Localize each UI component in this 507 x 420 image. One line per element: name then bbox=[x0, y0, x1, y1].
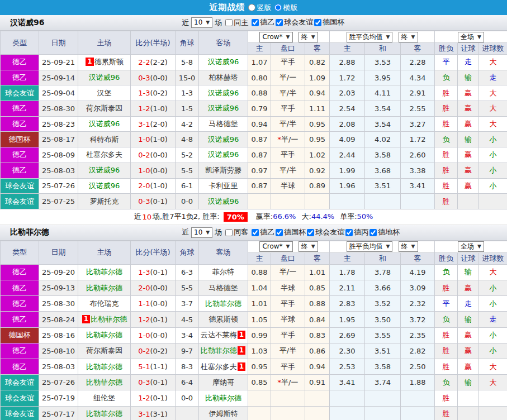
fulltime-score: 3-1 bbox=[138, 410, 150, 418]
league-checkbox[interactable] bbox=[307, 229, 314, 236]
chevron-down-icon: ▼ bbox=[311, 33, 315, 41]
team-name[interactable]: 杜塞尔多夫 bbox=[201, 362, 237, 371]
match-count-select[interactable]: 10▼ bbox=[191, 227, 212, 238]
avg-final-select[interactable]: 终▼ bbox=[399, 241, 418, 252]
result-outcome: 胜 bbox=[435, 406, 458, 420]
odds-group-header: Crow*▼ 终▼ bbox=[248, 241, 330, 252]
team-name[interactable]: 比勒菲尔德 bbox=[86, 362, 122, 371]
team-name[interactable]: 汉诺威96 bbox=[208, 135, 239, 144]
team-name[interactable]: 布伦瑞克 bbox=[90, 299, 119, 308]
league-filter[interactable]: 球会友谊 bbox=[274, 17, 313, 27]
match-count-select[interactable]: 10▼ bbox=[191, 17, 212, 28]
team-name[interactable]: 纽伦堡 bbox=[93, 394, 115, 402]
score-cell: 1-2(0-1) bbox=[131, 312, 176, 327]
team-name[interactable]: 汉诺威96 bbox=[208, 197, 239, 206]
team-name[interactable]: 伊姆斯特 bbox=[209, 409, 238, 418]
layout-radio-horizontal[interactable]: 横版 bbox=[274, 3, 298, 13]
competition-type: 德国杯 bbox=[1, 327, 39, 343]
league-checkbox[interactable] bbox=[276, 229, 283, 236]
league-checkbox[interactable] bbox=[345, 229, 353, 236]
team-name[interactable]: 马格德堡 bbox=[209, 284, 238, 292]
scope-select[interactable]: 全场▼ bbox=[458, 32, 484, 42]
team-name[interactable]: 汉诺威96 bbox=[208, 58, 239, 66]
team-name[interactable]: 汉诺威96 bbox=[208, 104, 239, 112]
team-name[interactable]: 罗斯托克 bbox=[90, 197, 119, 206]
team-name[interactable]: 德累斯顿 bbox=[94, 58, 124, 66]
team-name[interactable]: 汉诺威96 bbox=[89, 166, 120, 174]
result-outcome: 胜 bbox=[435, 163, 458, 178]
avg-away: 1.88 bbox=[401, 375, 435, 390]
team-name[interactable]: 摩纳哥 bbox=[212, 378, 234, 386]
league-filter[interactable]: 德丙 bbox=[344, 227, 368, 237]
same-venue-filter[interactable]: 同客 bbox=[224, 227, 248, 237]
odds-final-select[interactable]: 终▼ bbox=[298, 32, 318, 42]
score-cell: 3-1(2-0) bbox=[131, 116, 176, 132]
score-cell: 5-1(1-1) bbox=[131, 359, 176, 375]
league-filter[interactable]: 德地杯 bbox=[368, 227, 400, 237]
col-header-home: 主场 bbox=[78, 31, 131, 55]
team-name[interactable]: 荷尔斯泰因 bbox=[86, 346, 122, 355]
team-name[interactable]: 菲尔特 bbox=[212, 268, 234, 276]
odds-company-select[interactable]: Crow*▼ bbox=[259, 32, 292, 42]
team-name[interactable]: 汉堡 bbox=[97, 89, 112, 97]
team-name[interactable]: 凯泽斯劳滕 bbox=[205, 166, 241, 174]
team-name[interactable]: 比勒菲尔德 bbox=[201, 346, 237, 355]
team-name[interactable]: 荷尔斯泰因 bbox=[86, 104, 122, 112]
team-name[interactable]: 汉诺威96 bbox=[208, 89, 239, 97]
team-name[interactable]: 比勒菲尔德 bbox=[86, 284, 122, 292]
league-checkbox[interactable] bbox=[252, 19, 259, 26]
same-venue-checkbox[interactable] bbox=[225, 19, 233, 26]
team-name[interactable]: 比勒菲尔德 bbox=[205, 299, 241, 308]
team-name[interactable]: 云达不莱梅 bbox=[201, 331, 237, 339]
vertical-radio-input[interactable] bbox=[248, 4, 255, 11]
avg-final-select[interactable]: 终▼ bbox=[399, 32, 418, 42]
match-date: 25-08-03 bbox=[39, 359, 78, 375]
fulltime-score: 0-3 bbox=[138, 378, 150, 386]
league-checkbox[interactable] bbox=[252, 229, 259, 236]
competition-type: 德乙 bbox=[1, 264, 39, 280]
same-venue-filter[interactable]: 同主 bbox=[224, 18, 248, 28]
league-checkbox[interactable] bbox=[314, 19, 321, 26]
fulltime-score: 1-2 bbox=[138, 104, 150, 113]
team-name[interactable]: 比勒菲尔德 bbox=[86, 409, 122, 418]
team-name[interactable]: 汉诺威96 bbox=[89, 73, 120, 82]
team-name[interactable]: 比勒菲尔德 bbox=[205, 394, 241, 402]
team-name[interactable]: 比勒菲尔德 bbox=[86, 378, 122, 386]
team-name[interactable]: 汉诺威96 bbox=[208, 150, 239, 159]
team-name[interactable]: 比勒菲尔德 bbox=[86, 268, 122, 276]
league-filter[interactable]: 德国杯 bbox=[313, 17, 344, 27]
league-filter[interactable]: 德国杯 bbox=[274, 227, 306, 237]
avg-group-header: 胜平负均值▼ 终▼ bbox=[330, 241, 435, 252]
team-name[interactable]: 德累斯顿 bbox=[209, 315, 238, 323]
sub-header-handicap-result: 让球 bbox=[458, 43, 479, 55]
odds-company-select[interactable]: Crow*▼ bbox=[259, 241, 292, 252]
league-checkbox[interactable] bbox=[276, 19, 283, 26]
avg-group-header: 胜平负均值▼ 终▼ bbox=[330, 31, 435, 43]
team-name[interactable]: 卡利亚里 bbox=[209, 182, 238, 190]
odds-away bbox=[305, 194, 330, 209]
scope-select[interactable]: 全场▼ bbox=[458, 241, 484, 252]
away-team-cell: 菲尔特 bbox=[199, 264, 248, 280]
team-name[interactable]: 柏林赫塔 bbox=[209, 73, 238, 82]
horizontal-radio-input[interactable] bbox=[274, 4, 282, 11]
odds-final-select[interactable]: 终▼ bbox=[298, 241, 318, 252]
same-venue-checkbox[interactable] bbox=[225, 229, 233, 236]
team-name[interactable]: 比勒菲尔德 bbox=[86, 331, 122, 339]
team-name[interactable]: 汉诺威96 bbox=[89, 182, 120, 190]
avg-draw: 4.11 bbox=[365, 85, 401, 101]
league-checkbox[interactable] bbox=[369, 229, 377, 236]
team-name[interactable]: 比勒菲尔德 bbox=[91, 315, 127, 323]
team-name[interactable]: 马格德堡 bbox=[209, 120, 238, 128]
league-filter[interactable]: 德乙 bbox=[250, 17, 274, 27]
league-filter[interactable]: 球会友谊 bbox=[306, 227, 344, 237]
odds-handicap: 半/一 bbox=[271, 70, 305, 85]
team-name[interactable]: 汉诺威96 bbox=[89, 120, 120, 128]
avg-select[interactable]: 胜平负均值▼ bbox=[347, 241, 393, 252]
league-filter[interactable]: 德乙 bbox=[250, 227, 274, 237]
corners: 4-5 bbox=[176, 312, 199, 327]
layout-radio-vertical[interactable]: 竖版 bbox=[248, 3, 272, 13]
team-name[interactable]: 杜塞尔多夫 bbox=[86, 150, 122, 159]
avg-away: 4.19 bbox=[401, 264, 435, 280]
team-name[interactable]: 科特布斯 bbox=[90, 135, 119, 144]
avg-select[interactable]: 胜平负均值▼ bbox=[347, 32, 393, 42]
